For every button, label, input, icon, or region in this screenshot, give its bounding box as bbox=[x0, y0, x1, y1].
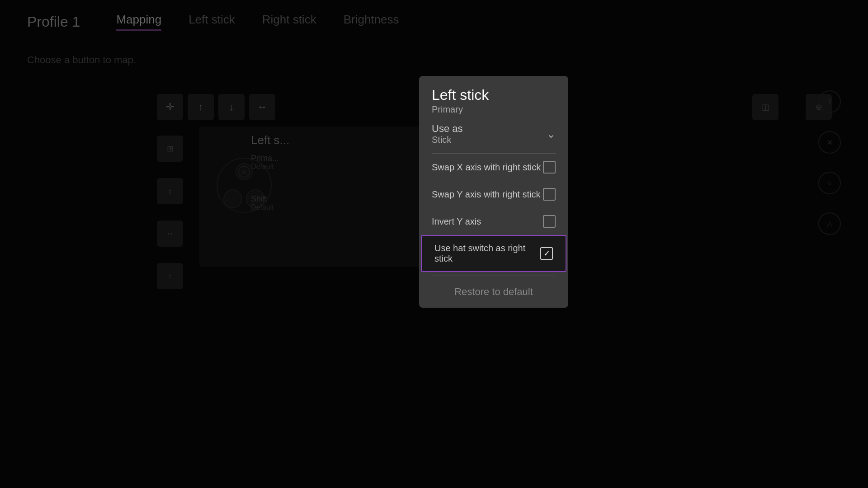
hat-switch-checkbox[interactable] bbox=[540, 247, 553, 260]
swap-y-label: Swap Y axis with right stick bbox=[432, 189, 540, 200]
modal-header: Left stick Primary bbox=[419, 76, 568, 115]
use-as-label: Use as bbox=[432, 123, 462, 135]
restore-button[interactable]: Restore to default bbox=[419, 276, 568, 308]
use-as-labels: Use as Stick bbox=[432, 123, 462, 145]
invert-y-label: Invert Y axis bbox=[432, 216, 481, 227]
chevron-down-icon: ⌄ bbox=[547, 128, 556, 141]
swap-x-row[interactable]: Swap X axis with right stick bbox=[419, 154, 568, 181]
use-as-row[interactable]: Use as Stick ⌄ bbox=[419, 115, 568, 153]
hat-switch-row[interactable]: Use hat switch as right stick bbox=[421, 235, 566, 272]
swap-y-row[interactable]: Swap Y axis with right stick bbox=[419, 181, 568, 208]
left-stick-modal: Left stick Primary Use as Stick ⌄ Swap X… bbox=[419, 76, 568, 308]
hat-switch-label: Use hat switch as right stick bbox=[434, 243, 540, 264]
swap-x-label: Swap X axis with right stick bbox=[432, 162, 541, 173]
modal-title: Left stick bbox=[432, 87, 556, 103]
use-as-value: Stick bbox=[432, 135, 462, 145]
swap-x-checkbox[interactable] bbox=[543, 161, 556, 174]
invert-y-checkbox[interactable] bbox=[543, 215, 556, 228]
modal-subtitle: Primary bbox=[432, 104, 556, 115]
invert-y-row[interactable]: Invert Y axis bbox=[419, 208, 568, 235]
swap-y-checkbox[interactable] bbox=[543, 188, 556, 201]
